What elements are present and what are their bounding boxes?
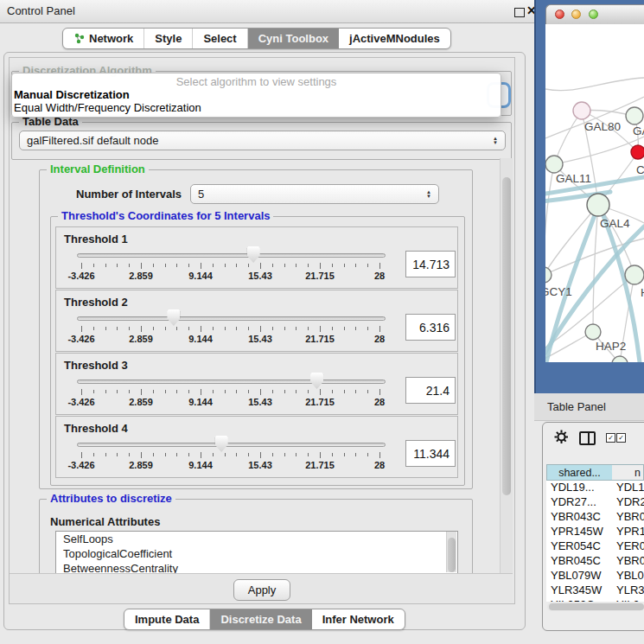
apply-button[interactable]: Apply xyxy=(233,579,290,601)
cell-shared-name: YBR043C xyxy=(551,510,601,523)
tab-jactivemnodules[interactable]: jActiveMNodules xyxy=(339,29,450,48)
number-of-intervals-combobox[interactable]: 5 ▲▼ xyxy=(190,184,439,204)
node-table: YDL19...YDL1YDR27...YDR2YBR043CYBR0YPR14… xyxy=(546,481,644,602)
minimize-traffic-light-icon[interactable] xyxy=(571,10,581,19)
slider-thumb-icon[interactable] xyxy=(167,309,180,326)
slider-track[interactable] xyxy=(77,379,386,384)
network-canvas[interactable]: GAL80GACGAL11GAL4GCY1HHAP2 xyxy=(545,24,644,362)
slider-track[interactable] xyxy=(77,443,386,447)
tab-discretize-data[interactable]: Discretize Data xyxy=(210,609,311,629)
threshold-value-input[interactable] xyxy=(405,377,456,404)
table-row[interactable]: YLR345WYLR3 xyxy=(546,583,644,598)
attribute-list-item[interactable]: TopologicalCoefficient xyxy=(56,546,457,561)
network-node[interactable] xyxy=(626,107,643,124)
threshold-label: Threshold 1 xyxy=(64,233,128,245)
application-window: Control Panel ✕ NetworkStyleSelectCyni T… xyxy=(0,0,644,644)
table-row[interactable]: YIL052CYIL0 xyxy=(546,598,644,602)
slider-track[interactable] xyxy=(77,316,386,321)
network-edge[interactable] xyxy=(554,137,644,164)
threshold-label: Threshold 2 xyxy=(64,296,128,309)
node-label: HAP2 xyxy=(596,340,626,353)
checkbox-icon[interactable]: ✓ xyxy=(606,433,615,443)
slider-thumb-icon[interactable] xyxy=(247,246,260,263)
tab-cyni-toolbox[interactable]: Cyni Toolbox xyxy=(248,29,339,48)
close-traffic-light-icon[interactable] xyxy=(555,10,564,19)
node-label: GAL4 xyxy=(600,217,630,230)
network-edge[interactable] xyxy=(545,78,644,91)
tab-style[interactable]: Style xyxy=(144,29,193,48)
table-row[interactable]: YDR27...YDR2 xyxy=(546,495,644,510)
zoom-traffic-light-icon[interactable] xyxy=(589,10,598,19)
table-data-combobox[interactable]: galFiltered.sif default node ▲▼ xyxy=(19,131,506,150)
cell-name: YLR3 xyxy=(616,583,644,596)
tab-label: Select xyxy=(203,32,236,45)
table-row[interactable]: YBR043CYBR0 xyxy=(546,510,644,525)
threshold-label: Threshold 4 xyxy=(64,422,128,435)
tab-network[interactable]: Network xyxy=(63,29,144,48)
tick-label: 15.43 xyxy=(234,397,286,407)
network-node[interactable] xyxy=(625,265,644,284)
network-node[interactable] xyxy=(585,324,601,340)
table-row[interactable]: YDL19...YDL1 xyxy=(546,481,644,495)
network-node[interactable] xyxy=(631,145,644,159)
slider-track[interactable] xyxy=(77,253,386,258)
tick-label: 9.144 xyxy=(175,334,226,344)
table-row[interactable]: YER054CYER0 xyxy=(546,539,644,554)
tick-label: 15.43 xyxy=(234,334,286,344)
cell-name: YDL1 xyxy=(616,481,644,494)
split-columns-icon[interactable] xyxy=(579,431,596,445)
threshold-value-input[interactable] xyxy=(405,440,456,467)
slider-thumb-icon[interactable] xyxy=(215,436,228,452)
table-panel-titlebar: Table Panel xyxy=(534,393,644,421)
column-header-name[interactable]: n xyxy=(612,464,644,481)
cell-name: YBL0 xyxy=(616,569,644,582)
popup-item-equal-width[interactable]: Equal Width/Frequency Discretization xyxy=(12,101,501,114)
node-label: GAL11 xyxy=(556,172,591,185)
tick-label: -3.426 xyxy=(55,334,107,344)
threshold-value-input[interactable] xyxy=(405,251,456,277)
popup-prompt[interactable]: Select algorithm to view settings xyxy=(12,75,501,88)
threshold-label: Threshold 3 xyxy=(64,359,128,372)
network-node[interactable] xyxy=(545,156,563,173)
network-edge[interactable] xyxy=(545,164,554,275)
tick-label: 2.859 xyxy=(115,460,167,470)
network-node[interactable] xyxy=(545,267,552,283)
slider-thumb-icon[interactable] xyxy=(310,373,323,389)
float-window-icon[interactable] xyxy=(514,8,525,17)
cell-shared-name: YDL19... xyxy=(551,481,595,494)
network-edge[interactable] xyxy=(593,205,598,332)
popup-item-manual[interactable]: Manual Discretization xyxy=(12,88,501,101)
checkbox-icon[interactable]: ✓ xyxy=(616,433,626,443)
numerical-attributes-list[interactable]: SelfLoopsTopologicalCoefficientBetweenne… xyxy=(55,531,458,575)
gear-icon[interactable] xyxy=(554,430,569,444)
main-scrollbar[interactable] xyxy=(500,158,513,573)
tick-label: 9.144 xyxy=(175,460,226,470)
cell-name: YDR2 xyxy=(616,495,644,508)
control-panel-titlebar: Control Panel xyxy=(0,0,534,23)
table-row[interactable]: YBL079WYBL0 xyxy=(546,569,644,583)
cell-name: YPR1 xyxy=(616,525,644,538)
tick-label: 21.715 xyxy=(294,460,346,470)
threshold-coordinates-title: Threshold's Coordinates for 5 Intervals xyxy=(58,209,273,222)
attribute-list-item[interactable]: SelfLoops xyxy=(56,532,457,546)
bottom-tab-bar: Impute DataDiscretize DataInfer Network xyxy=(124,609,405,630)
threshold-row: Threshold 1 -3.4262.8599.14415.4321.7152… xyxy=(55,226,458,289)
network-node[interactable] xyxy=(587,194,609,216)
column-header-shared-name[interactable]: shared... xyxy=(546,464,613,481)
tab-impute-data[interactable]: Impute Data xyxy=(124,609,210,629)
tab-select[interactable]: Select xyxy=(193,29,247,48)
cell-name: YER0 xyxy=(616,539,644,552)
network-node[interactable] xyxy=(573,102,590,119)
stepper-icon: ▲▼ xyxy=(426,190,431,199)
cell-shared-name: YPR145W xyxy=(551,525,603,538)
table-row[interactable]: YBR045CYBR0 xyxy=(546,554,644,569)
table-row[interactable]: YPR145WYPR1 xyxy=(546,525,644,539)
node-label: GA xyxy=(633,124,644,137)
tab-infer-network[interactable]: Infer Network xyxy=(312,609,405,629)
tick-label: 28 xyxy=(354,397,405,407)
attributes-scrollbar[interactable] xyxy=(446,532,456,572)
threshold-value-input[interactable] xyxy=(405,314,456,341)
network-edge[interactable] xyxy=(545,205,598,275)
panel-title: Control Panel xyxy=(7,4,75,17)
threshold-row: Threshold 3 -3.4262.8599.14415.4321.7152… xyxy=(55,353,458,415)
